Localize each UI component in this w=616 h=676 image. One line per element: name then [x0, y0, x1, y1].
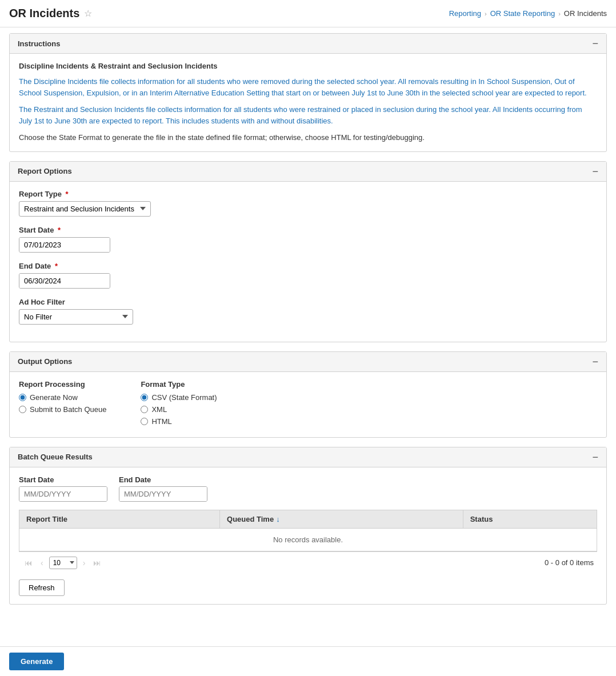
report-options-collapse-icon[interactable]: − — [592, 166, 598, 177]
breadcrumb: Reporting › OR State Reporting › OR Inci… — [449, 9, 607, 18]
breadcrumb-or-incidents: OR Incidents — [564, 9, 607, 18]
generate-button[interactable]: Generate — [9, 653, 64, 670]
html-radio[interactable] — [141, 418, 148, 425]
ad-hoc-filter-label: Ad Hoc Filter — [19, 298, 597, 306]
last-page-button[interactable]: ⏭ — [91, 557, 103, 569]
output-options-collapse-icon[interactable]: − — [592, 357, 598, 367]
instructions-paragraph-3: Choose the State Format to generate the … — [19, 132, 597, 143]
csv-label: CSV (State Format) — [151, 393, 217, 402]
table-empty-message: No records available. — [19, 528, 597, 551]
pagination-info: 0 - 0 of 0 items — [545, 558, 594, 567]
report-type-select[interactable]: Discipline Incidents Restraint and Seclu… — [19, 201, 151, 217]
report-options-header[interactable]: Report Options − — [10, 162, 606, 182]
generate-now-radio[interactable] — [19, 394, 26, 401]
col-report-title: Report Title — [19, 510, 220, 528]
format-type-title: Format Type — [141, 380, 217, 389]
batch-queue-collapse-icon[interactable]: − — [592, 452, 598, 462]
batch-start-date-wrap — [19, 486, 107, 502]
ad-hoc-filter-field: Ad Hoc Filter No Filter — [19, 298, 597, 325]
report-options-section: Report Options − Report Type * Disciplin… — [9, 161, 607, 342]
batch-start-date-field: Start Date — [19, 475, 107, 502]
html-label: HTML — [151, 417, 171, 426]
start-date-field: Start Date * — [19, 226, 597, 253]
breadcrumb-or-state-reporting[interactable]: OR State Reporting — [490, 9, 555, 18]
batch-queue-label: Submit to Batch Queue — [30, 405, 106, 414]
page-size-select[interactable]: 10 25 50 100 — [49, 557, 77, 569]
first-page-button[interactable]: ⏮ — [22, 557, 35, 569]
instructions-paragraph-1: The Discipline Incidents file collects i… — [19, 76, 597, 98]
batch-queue-option[interactable]: Submit to Batch Queue — [19, 405, 106, 414]
instructions-collapse-icon[interactable]: − — [592, 38, 598, 49]
start-date-required: * — [58, 226, 61, 234]
breadcrumb-sep-2: › — [558, 10, 561, 17]
queued-time-sort-icon: ↓ — [276, 515, 280, 523]
csv-format-option[interactable]: CSV (State Format) — [141, 393, 217, 402]
output-options-title: Output Options — [18, 357, 72, 366]
table-empty-row: No records available. — [19, 528, 597, 551]
report-type-required: * — [66, 190, 69, 198]
pagination-row: ⏮ ‹ 10 25 50 100 › ⏭ 0 - 0 of 0 items — [19, 551, 597, 574]
batch-queue-header[interactable]: Batch Queue Results − — [10, 447, 606, 467]
report-type-label: Report Type * — [19, 190, 597, 198]
start-date-wrap — [19, 237, 110, 253]
batch-start-date-label: Start Date — [19, 475, 107, 484]
instructions-heading: Discipline Incidents & Restraint and Sec… — [19, 62, 597, 70]
output-options-body: Report Processing Generate Now Submit to… — [10, 372, 606, 437]
batch-start-date-input[interactable] — [19, 487, 107, 501]
col-status: Status — [463, 510, 597, 528]
ad-hoc-filter-select[interactable]: No Filter — [19, 309, 133, 325]
output-options-header[interactable]: Output Options − — [10, 352, 606, 372]
instructions-header[interactable]: Instructions − — [10, 34, 606, 54]
csv-radio[interactable] — [141, 394, 148, 401]
batch-date-filters: Start Date — [19, 475, 597, 502]
end-date-label: End Date * — [19, 262, 597, 270]
batch-queue-body: Start Date — [10, 467, 606, 604]
prev-page-button[interactable]: ‹ — [38, 557, 46, 569]
batch-end-date-label: End Date — [119, 475, 207, 484]
report-processing-col: Report Processing Generate Now Submit to… — [19, 380, 106, 429]
start-date-label: Start Date * — [19, 226, 597, 234]
end-date-required: * — [55, 262, 58, 270]
instructions-paragraph-2: The Restraint and Seclusion Incidents fi… — [19, 104, 597, 126]
refresh-button[interactable]: Refresh — [19, 579, 65, 596]
next-page-button[interactable]: › — [81, 557, 88, 569]
breadcrumb-sep-1: › — [485, 10, 487, 17]
batch-queue-section: Batch Queue Results − Start Date — [9, 447, 607, 605]
generate-now-option[interactable]: Generate Now — [19, 393, 106, 402]
breadcrumb-reporting[interactable]: Reporting — [449, 9, 481, 18]
batch-end-date-field: End Date — [119, 475, 207, 502]
xml-format-option[interactable]: XML — [141, 405, 217, 414]
batch-queue-title: Batch Queue Results — [18, 453, 93, 461]
format-type-col: Format Type CSV (State Format) XML HTML — [141, 380, 217, 429]
report-options-body: Report Type * Discipline Incidents Restr… — [10, 182, 606, 342]
report-type-field: Report Type * Discipline Incidents Restr… — [19, 190, 597, 217]
instructions-body: Discipline Incidents & Restraint and Sec… — [10, 54, 606, 151]
page-title: OR Incidents — [9, 7, 79, 20]
footer-bar: Generate — [0, 646, 616, 676]
report-processing-title: Report Processing — [19, 380, 106, 389]
favorite-star-icon[interactable]: ☆ — [84, 8, 92, 19]
end-date-wrap — [19, 273, 110, 289]
xml-label: XML — [151, 405, 167, 414]
batch-end-date-wrap — [119, 486, 207, 502]
batch-queue-radio[interactable] — [19, 406, 26, 413]
instructions-section: Instructions − Discipline Incidents & Re… — [9, 33, 607, 152]
xml-radio[interactable] — [141, 406, 148, 413]
generate-now-label: Generate Now — [30, 393, 78, 402]
output-options-section: Output Options − Report Processing Gener… — [9, 351, 607, 438]
pagination-controls: ⏮ ‹ 10 25 50 100 › ⏭ — [22, 557, 103, 569]
end-date-field: End Date * — [19, 262, 597, 289]
start-date-input[interactable] — [19, 238, 110, 252]
col-queued-time[interactable]: Queued Time ↓ — [220, 510, 463, 528]
html-format-option[interactable]: HTML — [141, 417, 217, 426]
output-options-columns: Report Processing Generate Now Submit to… — [19, 380, 597, 429]
results-table: Report Title Queued Time ↓ Status — [19, 510, 597, 551]
instructions-title: Instructions — [18, 39, 60, 48]
batch-end-date-input[interactable] — [119, 487, 207, 501]
report-options-title: Report Options — [18, 167, 72, 175]
end-date-input[interactable] — [19, 274, 110, 288]
